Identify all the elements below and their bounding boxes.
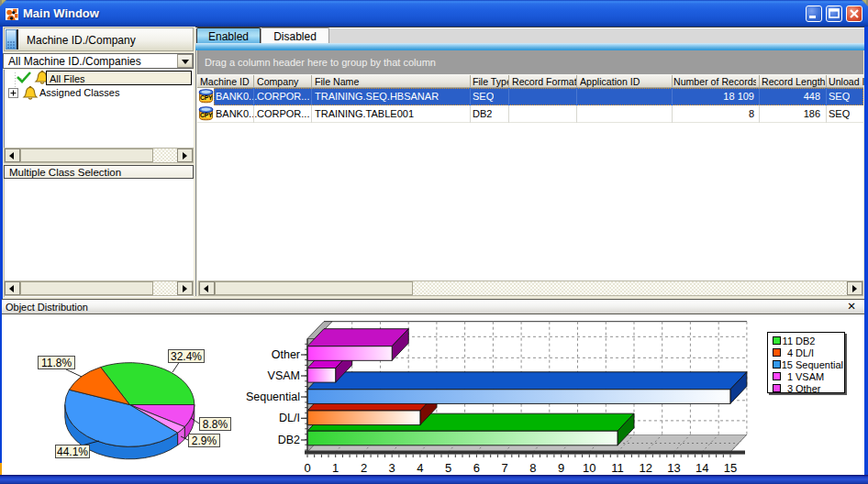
svg-text:Other: Other xyxy=(272,348,300,361)
svg-text:7: 7 xyxy=(501,461,507,475)
svg-text:2: 2 xyxy=(361,461,367,475)
svg-text:3: 3 xyxy=(389,461,395,475)
svg-text:Sequential: Sequential xyxy=(246,390,300,403)
svg-text:DL/I: DL/I xyxy=(279,412,300,424)
svg-text:12: 12 xyxy=(639,461,651,475)
svg-text:4: 4 xyxy=(417,461,423,475)
svg-text:VSAM: VSAM xyxy=(268,369,300,382)
svg-text:10: 10 xyxy=(583,461,595,475)
svg-text:11: 11 xyxy=(611,461,624,475)
svg-text:0: 0 xyxy=(304,461,310,475)
svg-text:6: 6 xyxy=(473,461,480,475)
svg-text:9: 9 xyxy=(558,461,564,475)
svg-text:13: 13 xyxy=(667,461,680,475)
svg-text:15: 15 xyxy=(724,461,737,475)
svg-text:DB2: DB2 xyxy=(278,434,300,446)
svg-text:1: 1 xyxy=(332,461,339,475)
svg-text:8: 8 xyxy=(529,461,536,475)
svg-text:5: 5 xyxy=(445,461,451,475)
svg-text:14: 14 xyxy=(696,461,708,475)
